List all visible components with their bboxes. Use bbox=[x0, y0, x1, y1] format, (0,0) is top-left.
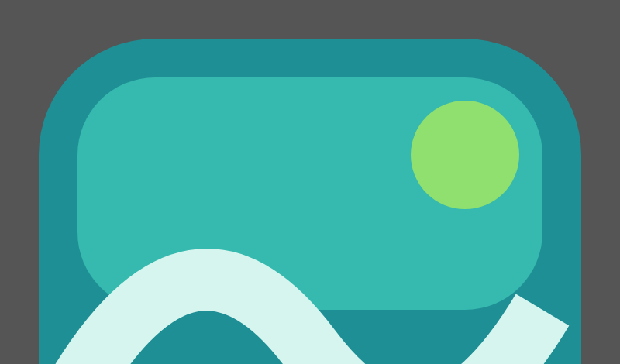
app-window: Edge - Response ✕ File Edit Help bbox=[0, 0, 620, 364]
title-bar[interactable]: Edge - Response ✕ bbox=[0, 0, 620, 364]
app-icon bbox=[0, 0, 620, 364]
